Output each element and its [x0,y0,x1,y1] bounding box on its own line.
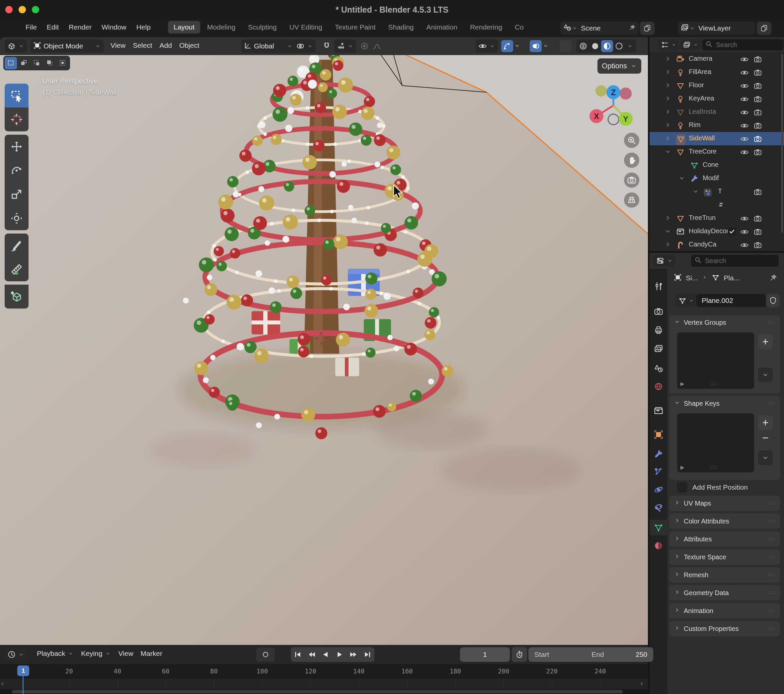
render-visibility-icon[interactable] [753,95,762,105]
transport-play-reverse-button[interactable] [319,647,333,662]
render-visibility-icon[interactable] [753,55,762,65]
outliner-row-treetrun[interactable]: TreeTrun [650,212,784,225]
viewport-pan-button[interactable] [624,153,639,168]
transport-play-button[interactable] [333,647,346,662]
render-visibility-icon[interactable] [753,122,762,132]
list-grip[interactable]: ∷∷ [710,381,718,387]
visibility-eye-icon[interactable] [740,135,749,145]
timeline-editor-type-button[interactable] [5,648,27,661]
timeline-ruler[interactable]: 1 20406080100120140160180200220240 [0,664,648,679]
chevron-right-icon[interactable] [664,55,672,64]
list-grip[interactable]: ∷∷ [710,464,718,470]
chevron-right-icon[interactable] [664,241,672,250]
outliner-search[interactable] [702,39,784,51]
section-texture-space[interactable]: Texture Space∷∷ [669,549,780,565]
visibility-eye-icon[interactable] [740,108,749,118]
vertex-groups-header[interactable]: Vertex Groups ∷∷ [669,315,780,330]
collection-checkbox[interactable] [728,227,736,236]
fake-user-shield-button[interactable] [766,294,780,308]
chevron-right-icon[interactable] [664,108,672,117]
minimize-window-button[interactable] [18,6,26,13]
new-viewlayer-button[interactable] [757,21,771,35]
visibility-eye-icon[interactable] [740,122,749,132]
render-visibility-icon[interactable] [753,135,762,145]
visibility-eye-icon[interactable] [740,95,749,105]
outliner-row-sub[interactable] [650,198,784,212]
chevron-right-icon[interactable] [664,68,672,77]
snap-toggle[interactable] [321,40,333,52]
panel-grip[interactable]: ∷∷ [768,608,776,614]
navigation-gizmo[interactable]: Z X Y [586,80,642,138]
shading-dropdown[interactable] [625,43,635,49]
shape-keys-header[interactable]: Shape Keys ∷∷ [669,396,780,411]
outliner-row-rim[interactable]: Rim [650,119,784,132]
gizmo-axis-x-neg[interactable] [620,88,631,99]
tool-annotate[interactable] [5,234,28,257]
properties-tab-object-data[interactable] [650,520,667,535]
viewport-menu-select[interactable]: Select [129,39,156,51]
properties-editor-type-button[interactable] [653,255,675,267]
viewport-perspective-toggle-button[interactable] [624,192,639,208]
visibility-eye-icon[interactable] [740,241,749,251]
panel-grip[interactable]: ∷∷ [768,536,776,542]
tool-scale[interactable] [5,183,28,206]
panel-grip[interactable]: ∷∷ [768,590,776,596]
properties-search-input[interactable] [704,257,776,265]
properties-tab-world[interactable] [650,379,667,394]
auto-keying-record-button[interactable] [256,648,275,661]
properties-tab-tool[interactable] [650,279,667,294]
outliner-row-leafinsta[interactable]: LeafInsta [650,105,784,119]
render-visibility-icon[interactable] [753,82,762,92]
render-visibility-icon[interactable] [753,214,762,224]
select-mode-new[interactable] [5,57,17,69]
breadcrumb-data[interactable]: Pla... [724,274,740,282]
properties-tab-physics[interactable] [650,482,667,497]
new-scene-button[interactable] [640,21,655,35]
pin-id-icon[interactable] [769,273,778,283]
remove-shape-key-button[interactable] [758,431,773,445]
select-mode-intersect[interactable] [56,57,69,69]
collapse-icon[interactable]: ‹ [641,679,643,687]
vertex-groups-list[interactable]: ▶ ∷∷ [677,332,754,389]
workspace-tab-modeling[interactable]: Modeling [201,21,241,33]
pin-icon[interactable] [629,24,639,33]
vertex-group-specials-dropdown[interactable] [758,368,773,382]
panel-grip[interactable]: ∷∷ [768,400,776,406]
outliner-search-input[interactable] [715,41,780,49]
tool-move[interactable] [5,135,28,159]
workspace-tab-co[interactable]: Co [509,21,529,33]
editor-type-button[interactable] [5,39,27,53]
transport-next-keyframe-button[interactable] [346,647,361,662]
mode-dropdown[interactable]: Object Mode [31,39,104,53]
stopwatch-icon[interactable] [512,647,527,662]
breadcrumb-object[interactable]: Si... [686,274,698,282]
tool-cursor[interactable] [5,107,28,132]
chevron-down-icon[interactable] [692,188,699,196]
current-frame-field[interactable]: 1 [460,647,510,662]
tool-rotate[interactable] [5,159,28,183]
outliner-display-mode-dropdown[interactable] [658,39,679,51]
panel-grip[interactable]: ∷∷ [768,500,776,506]
outliner-row-camera[interactable]: Camera [650,53,784,66]
timeline-menu-playback[interactable]: Playback [33,648,77,659]
scene-selector[interactable]: Scene [560,21,639,35]
add-vertex-group-button[interactable] [758,334,773,349]
properties-tab-modifiers[interactable] [650,446,667,461]
viewport-canvas[interactable] [0,55,648,645]
overlays-toggle[interactable] [530,40,542,52]
menu-help[interactable]: Help [132,21,156,33]
render-visibility-icon[interactable] [753,188,762,198]
transform-orientation-dropdown[interactable]: Global [241,39,295,53]
properties-tab-output[interactable] [650,322,667,338]
outliner-scrollbar[interactable] [781,54,783,233]
outliner-row-modif[interactable]: Modif [650,172,784,185]
outliner-filter-dropdown[interactable] [680,39,701,51]
properties-tab-particles[interactable] [650,464,667,479]
section-remesh[interactable]: Remesh∷∷ [669,567,780,582]
visibility-eye-icon[interactable] [740,68,749,78]
shape-key-specials-dropdown[interactable] [758,451,773,465]
panel-grip[interactable]: ∷∷ [768,572,776,578]
chevron-down-icon[interactable] [664,228,672,236]
visibility-eye-icon[interactable] [740,228,749,237]
add-rest-position-checkbox[interactable] [677,482,687,492]
